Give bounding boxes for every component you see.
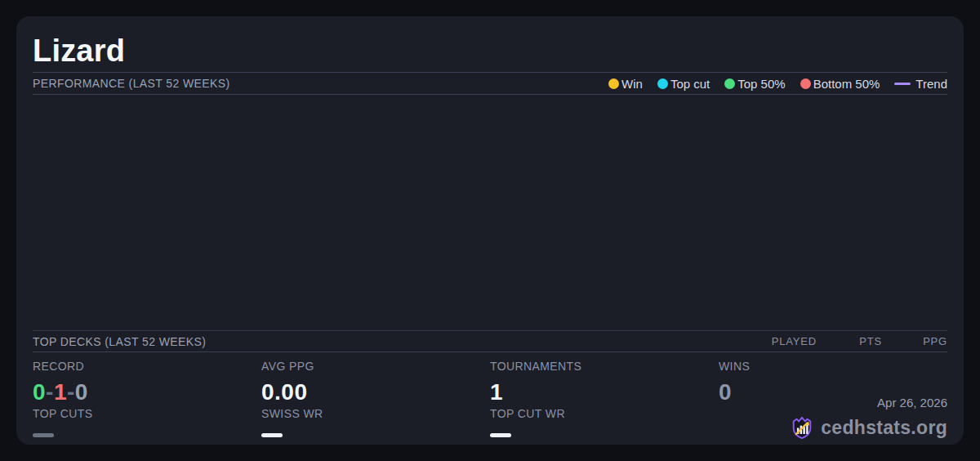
stats-grid: RECORD 0 - 1 - 0 TOP CUTS AVG PPG 0.00 S… xyxy=(33,352,947,445)
avg-ppg-label: AVG PPG xyxy=(261,360,490,377)
record-value: 0 - 1 - 0 xyxy=(33,377,261,407)
legend-item-top-cut: Top cut xyxy=(657,77,710,91)
record-draws: 0 xyxy=(75,379,88,405)
column-header-ppg: PPG xyxy=(882,335,947,347)
win-dot-icon xyxy=(608,78,619,89)
footer-date: Apr 26, 2026 xyxy=(877,396,947,412)
chart-legend: Win Top cut Top 50% Bottom 50% Trend xyxy=(608,77,947,91)
stat-record: RECORD 0 - 1 - 0 TOP CUTS xyxy=(33,360,261,445)
card-footer: Apr 26, 2026 cedhstats.org xyxy=(790,396,947,440)
stat-tournaments: TOURNAMENTS 1 TOP CUT WR xyxy=(490,360,719,445)
legend-item-bottom-50: Bottom 50% xyxy=(800,77,880,91)
cedhstats-logo-icon xyxy=(790,415,814,440)
top-50-dot-icon xyxy=(724,78,735,89)
brand-row: cedhstats.org xyxy=(790,415,947,440)
trend-line-icon xyxy=(894,83,911,85)
top-cut-wr-empty-dash xyxy=(490,433,511,437)
legend-item-top-50: Top 50% xyxy=(724,77,785,91)
legend-label: Top 50% xyxy=(737,77,785,91)
top-cut-dot-icon xyxy=(657,78,668,89)
record-losses: 1 xyxy=(54,379,67,405)
legend-label: Top cut xyxy=(670,77,710,91)
column-header-played: PLAYED xyxy=(751,335,817,347)
tournaments-value: 1 xyxy=(490,377,719,407)
stat-avg-ppg: AVG PPG 0.00 SWISS WR xyxy=(261,360,490,445)
page-title: Lizard xyxy=(33,29,947,72)
top-cuts-label: TOP CUTS xyxy=(33,407,261,424)
top-decks-header: TOP DECKS (LAST 52 WEEKS) PLAYED PTS PPG xyxy=(33,330,947,352)
record-sep: - xyxy=(67,379,75,405)
record-wins: 0 xyxy=(33,379,46,405)
top-decks-heading: TOP DECKS (LAST 52 WEEKS) xyxy=(33,335,206,348)
bottom-50-dot-icon xyxy=(800,78,811,89)
swiss-wr-empty-dash xyxy=(261,433,283,437)
top-cut-wr-label: TOP CUT WR xyxy=(490,407,719,424)
legend-label: Trend xyxy=(915,77,947,91)
stats-card: Lizard PERFORMANCE (LAST 52 WEEKS) Win T… xyxy=(16,16,964,445)
top-cuts-empty-dash xyxy=(33,433,54,437)
brand-name: cedhstats.org xyxy=(821,417,947,439)
legend-item-trend: Trend xyxy=(894,77,947,91)
performance-heading: PERFORMANCE (LAST 52 WEEKS) xyxy=(33,77,230,90)
record-label: RECORD xyxy=(33,360,261,377)
legend-label: Win xyxy=(621,77,643,91)
wins-label: WINS xyxy=(719,360,947,377)
top-decks-columns: PLAYED PTS PPG xyxy=(751,335,947,347)
legend-label: Bottom 50% xyxy=(813,77,880,91)
tournaments-label: TOURNAMENTS xyxy=(490,360,719,377)
performance-header: PERFORMANCE (LAST 52 WEEKS) Win Top cut … xyxy=(33,72,947,95)
performance-chart xyxy=(33,95,947,330)
column-header-pts: PTS xyxy=(817,335,882,347)
record-sep: - xyxy=(46,379,54,405)
swiss-wr-label: SWISS WR xyxy=(261,407,490,424)
legend-item-win: Win xyxy=(608,77,643,91)
avg-ppg-value: 0.00 xyxy=(261,377,490,407)
